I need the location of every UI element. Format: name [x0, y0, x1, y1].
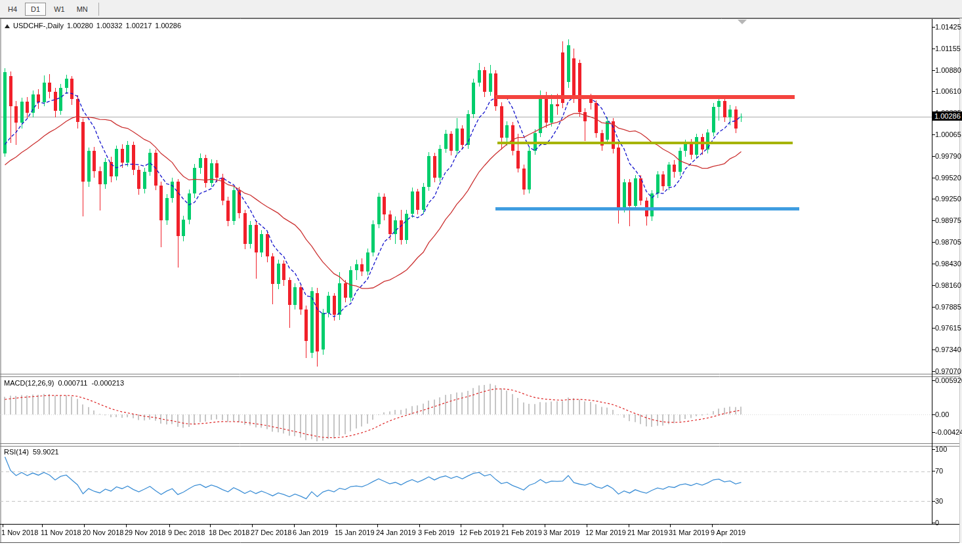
chart-symbol-label: USDCHF-,Daily [13, 22, 64, 30]
date-axis-label: 15 Jan 2019 [335, 529, 375, 536]
date-axis-label: 6 Jan 2019 [293, 529, 328, 536]
price-axis-label: 0.97885 [935, 303, 961, 311]
price-axis-label: 1.00065 [935, 130, 961, 138]
timeframe-toolbar: H4D1W1MN [0, 0, 962, 18]
rsi-value: 59.9021 [33, 448, 59, 456]
price-axis-label: 0.98705 [935, 238, 961, 246]
macd-axis-label: -0.004241 [935, 428, 962, 436]
rsi-name: RSI(14) [4, 448, 29, 456]
date-axis-label: 24 Jan 2019 [376, 529, 416, 536]
ohlc-open: 1.00280 [67, 22, 93, 30]
ohlc-close: 1.00286 [155, 22, 181, 30]
rsi-axis-label: 0 [935, 519, 939, 527]
price-axis-label: 1.01155 [935, 45, 961, 52]
date-axis-label: 27 Dec 2018 [251, 529, 291, 536]
rsi-axis-label: 100 [935, 445, 947, 453]
date-axis-label: 12 Feb 2019 [459, 529, 500, 536]
date-axis-label: 1 Nov 2018 [1, 529, 38, 536]
timeframe-tab-d1[interactable]: D1 [25, 3, 46, 16]
date-axis-label: 21 Mar 2019 [627, 529, 668, 536]
current-price-badge: 1.00286 [932, 111, 962, 121]
date-axis-label: 9 Dec 2018 [168, 529, 205, 536]
macd-axis-label: 0.00 [935, 410, 949, 418]
price-axis-label: 1.00880 [935, 66, 961, 74]
date-axis-label: 21 Feb 2019 [501, 529, 542, 536]
price-axis-label: 0.98975 [935, 216, 961, 224]
date-axis-label: 29 Nov 2018 [125, 529, 165, 536]
timeframe-tab-mn[interactable]: MN [73, 3, 92, 15]
mt4-terminal: H4D1W1MN USDCHF-,Daily1.002801.003321.00… [0, 0, 962, 560]
date-axis-label: 18 Dec 2018 [209, 529, 249, 536]
chart-collapse-icon[interactable] [5, 24, 10, 28]
date-axis-label: 3 Feb 2019 [418, 529, 455, 536]
macd-axis-label: 0.005926 [935, 376, 962, 384]
price-axis-label: 0.98430 [935, 260, 961, 268]
chart-shift-icon[interactable] [738, 20, 747, 24]
price-axis-label: 1.01425 [935, 23, 961, 31]
price-axis-label: 0.99250 [935, 195, 961, 203]
timeframe-tab-w1[interactable]: W1 [50, 3, 69, 15]
date-axis-label: 12 Mar 2019 [585, 529, 626, 536]
macd-name: MACD(12,26,9) [4, 379, 54, 387]
toolbar-separator [98, 3, 99, 16]
price-axis-label: 0.97340 [935, 346, 961, 353]
date-axis-label: 11 Nov 2018 [41, 529, 81, 536]
macd-value-2: -0.000213 [92, 379, 125, 387]
chart-canvas[interactable] [0, 0, 962, 560]
ohlc-high: 1.00332 [96, 22, 123, 30]
chart-header: USDCHF-,Daily1.002801.003321.002171.0028… [5, 22, 184, 30]
price-axis-label: 0.99790 [935, 152, 961, 160]
macd-indicator-label: MACD(12,26,9)0.000711-0.000213 [4, 379, 128, 387]
price-axis-label: 0.97615 [935, 324, 961, 332]
price-axis-label: 0.98160 [935, 281, 961, 289]
price-axis-label: 0.97070 [935, 367, 961, 375]
date-axis-label: 20 Nov 2018 [83, 529, 123, 536]
date-axis-label: 31 Mar 2019 [669, 529, 709, 536]
macd-value-1: 0.000711 [58, 379, 87, 387]
rsi-axis-label: 70 [935, 467, 943, 475]
price-axis-label: 0.99520 [935, 174, 961, 182]
date-axis-label: 9 Apr 2019 [711, 529, 745, 536]
rsi-indicator-label: RSI(14)59.9021 [4, 448, 63, 456]
rsi-axis-label: 30 [935, 497, 943, 505]
timeframe-tab-h4[interactable]: H4 [4, 3, 21, 15]
date-axis-label: 3 Mar 2019 [543, 529, 580, 536]
price-axis-label: 1.00610 [935, 87, 961, 95]
ohlc-low: 1.00217 [126, 22, 152, 30]
